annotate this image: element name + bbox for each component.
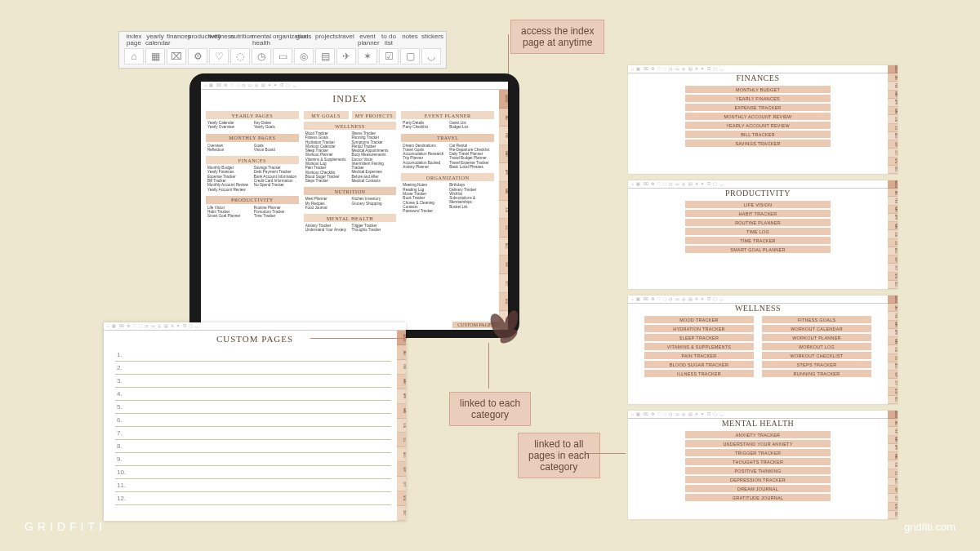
checklist-icon[interactable]: ☑ [379,48,399,64]
index-link[interactable]: Yearly Account Review [207,188,251,192]
index-link[interactable]: Accomodation Booked [403,161,446,165]
index-link[interactable]: Party Details [403,121,446,125]
month-tab[interactable]: SEP [888,140,898,149]
page-link[interactable]: ILLNESS TRACKER [644,370,754,377]
index-link[interactable]: Trigger Tracker [352,224,395,228]
index-link[interactable]: Yearly Calendar [207,121,251,125]
custom-page-line[interactable]: 11. [115,479,391,492]
month-tab[interactable]: SEP [397,462,406,477]
index-link[interactable]: Party Checklist [403,125,446,129]
index-link[interactable]: Sleep Tracker [305,149,349,153]
index-link[interactable]: Debt Payment Tracker [254,170,297,174]
page-link[interactable]: SAVINGS TRACKER [685,140,831,147]
month-tab[interactable]: JAN [499,109,508,127]
month-tab[interactable]: JAN [397,345,406,360]
month-tab[interactable]: INDEX [888,65,898,73]
month-tab[interactable]: INDEX [888,295,898,304]
index-link[interactable]: Body Measurements [352,153,395,157]
month-tab[interactable]: JAN [888,73,898,82]
page-link[interactable]: SMART GOAL PLANNER [685,246,831,253]
month-tab[interactable]: JUL [499,219,508,238]
index-link[interactable]: Medical Contacts [352,179,395,183]
month-tab[interactable]: MAY [499,182,508,201]
index-link[interactable]: Bank Account Information [254,175,297,179]
index-link[interactable]: Doctor Visits [352,158,395,162]
index-link[interactable]: Delivery Tracker [449,188,492,192]
section-header[interactable]: ORGANIZATION [401,173,494,181]
page-link[interactable]: POSITIVE THINKING [685,467,831,474]
calendar-icon[interactable]: ▦ [145,48,165,64]
target-icon[interactable]: ◎ [294,48,314,64]
section-header[interactable]: TRAVEL [401,134,494,142]
index-link[interactable]: Workout Calendar [305,144,349,149]
index-link[interactable]: Budget List [449,125,492,129]
section-header[interactable]: FINANCES [206,156,299,164]
month-tab[interactable]: AUG [888,247,898,256]
index-link[interactable]: Hydration Tracker [305,140,349,144]
index-link[interactable]: Travel Goals [403,148,446,152]
custom-page-line[interactable]: 5. [115,401,391,414]
custom-page-line[interactable]: 12. [115,492,391,505]
month-tab[interactable]: AUG [888,362,898,371]
page-link[interactable]: WORKOUT PLANNER [762,334,871,341]
month-tab[interactable]: JAN [888,304,898,312]
custom-page-line[interactable]: 7. [115,427,391,440]
index-link[interactable]: Before and After [352,175,395,179]
index-link[interactable]: Time Tracker [254,214,297,218]
month-tab[interactable]: APR [397,389,406,404]
index-link[interactable]: Guest List [449,121,492,125]
page-link[interactable]: MONTHLY BUDGET [685,86,831,93]
index-link[interactable]: Travel Expense Tracker [449,161,492,165]
month-tab[interactable]: MAY [888,222,898,230]
apple-icon[interactable]: ◌ [230,48,250,64]
section-header[interactable]: MY PROJECTS [352,111,397,119]
month-tab[interactable]: APR [888,444,898,452]
index-link[interactable]: Pre-Departure Checklist [449,148,492,152]
month-tab[interactable]: SEP [888,256,898,264]
page-link[interactable]: WORKOUT LOG [762,343,871,350]
gear-icon[interactable]: ⚙ [188,48,207,64]
index-link[interactable]: Pain Tracker [305,166,349,170]
month-tab[interactable]: NOV [888,273,898,281]
index-link[interactable]: Anxiety Tracker [305,224,349,228]
section-header[interactable]: MENTAL HEALTH [304,214,397,222]
custom-page-line[interactable]: 3. [115,375,391,388]
index-link[interactable]: Bill Tracker [207,179,251,183]
index-link[interactable]: Overview [207,144,251,148]
section-header[interactable]: EVENT PLANNER [401,111,494,119]
index-link[interactable]: Smart Goal Planner [207,214,251,218]
month-tab[interactable]: OCT [499,274,508,293]
index-link[interactable]: Workout Planner [305,153,349,157]
month-tab[interactable]: JUL [888,354,898,362]
index-link[interactable]: Period Tracker [352,144,395,149]
custom-page-line[interactable]: 2. [115,362,391,375]
index-link[interactable]: Intermittent Fasting Tracker [352,162,395,170]
index-link[interactable]: Mood Tracker [305,131,349,136]
section-header[interactable]: MONTHLY PAGES [206,134,299,142]
folder-icon[interactable]: ▭ [273,48,292,64]
index-link[interactable]: Dream Destinations [403,144,446,148]
index-link[interactable]: Steps Tracker [305,179,349,183]
page-link[interactable]: ANXIETY TRACKER [685,431,831,438]
index-link[interactable]: Life Vision [207,206,251,210]
page-link[interactable]: TIME TRACKER [685,237,831,244]
index-link[interactable]: Yearly Finances [207,170,251,174]
index-link[interactable]: Workout Checklist [305,171,349,175]
month-tab[interactable]: JUL [888,469,898,478]
index-link[interactable]: Reflection [207,148,251,152]
month-tab[interactable]: AUG [888,132,898,140]
index-link[interactable]: Activity Planner [403,165,446,169]
index-link[interactable]: Movie Tracker [403,192,446,196]
index-link[interactable]: Pomodoro Tracker [254,210,297,214]
month-tab[interactable]: JUN [888,115,898,123]
month-tab[interactable]: OCT [888,379,898,387]
month-tab[interactable]: JUL [888,239,898,247]
card-side-tabs[interactable]: INDEXJANFEBMARAPRMAYJUNJULAUGSEPOCTNOVDE… [888,180,898,289]
index-link[interactable]: Blood Sugar Tracker [305,175,349,179]
index-link[interactable]: Car Rental [449,144,492,148]
index-link[interactable]: Goals [254,144,297,148]
index-link[interactable]: Contacts [403,205,446,209]
index-link[interactable]: Vitamins & Supplements [305,158,349,162]
page-link[interactable]: YEARLY FINANCES [685,95,831,102]
page-link[interactable]: LIFE VISION [685,201,831,208]
